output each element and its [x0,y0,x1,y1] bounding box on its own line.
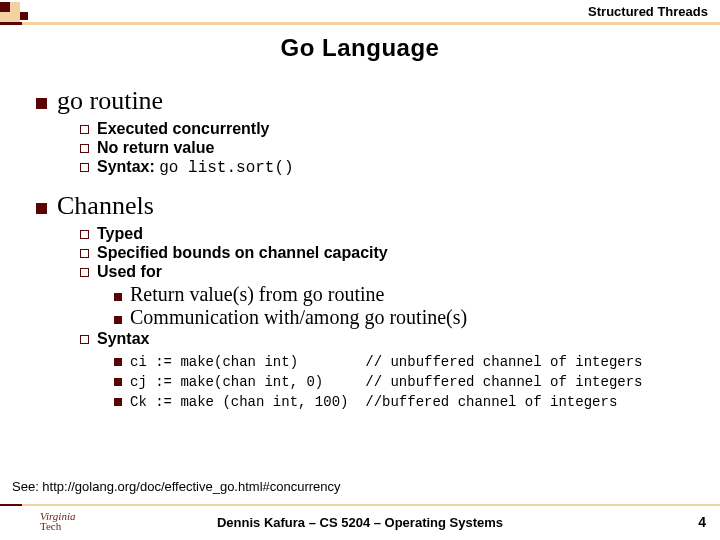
slide-title: Go Language [0,34,720,62]
sub-bullet-text: Executed concurrently [97,120,270,138]
sub-sub-bullet: Communication with/among go routine(s) [114,306,698,329]
code-text: ci := make(chan int) // unbuffered chann… [130,354,642,370]
sub-sub-bullet: Return value(s) from go routine [114,283,698,306]
section-title: Structured Threads [588,4,708,19]
small-square-icon [114,358,122,366]
hollow-square-icon [80,268,89,277]
small-square-icon [114,316,122,324]
sub-bullet: Specified bounds on channel capacity [80,244,698,262]
hollow-square-icon [80,230,89,239]
footer-accent-line [0,504,720,507]
sub-bullet-text: Used for [97,263,162,281]
hollow-square-icon [80,249,89,258]
sub-bullet: Typed [80,225,698,243]
content-area: go routine Executed concurrently No retu… [0,62,720,410]
sub-sub-bullet-text: Return value(s) from go routine [130,283,384,306]
code-line: cj := make(chan int, 0) // unbuffered ch… [114,370,698,390]
small-square-icon [114,378,122,386]
sub-bullet: Used for [80,263,698,281]
sub-bullet-text: Syntax: go list.sort() [97,158,294,177]
small-square-icon [114,293,122,301]
bullet-text: Channels [57,191,154,221]
code-line: Ck := make (chan int, 100) //buffered ch… [114,390,698,410]
square-bullet-icon [36,203,47,214]
hollow-square-icon [80,163,89,172]
page-number: 4 [698,514,706,530]
header-accent-line [0,22,720,25]
bullet-channels: Channels [36,191,698,221]
hollow-square-icon [80,144,89,153]
code-line: ci := make(chan int) // unbuffered chann… [114,350,698,370]
sub-sub-bullet-text: Communication with/among go routine(s) [130,306,467,329]
sub-bullet-text: Typed [97,225,143,243]
sub-bullet-text: Syntax [97,330,149,348]
sub-bullet: Syntax: go list.sort() [80,158,698,177]
header-decoration [0,2,28,22]
code-text: Ck := make (chan int, 100) //buffered ch… [130,394,617,410]
hollow-square-icon [80,335,89,344]
sub-bullet: Syntax [80,330,698,348]
square-bullet-icon [36,98,47,109]
sub-bullet: Executed concurrently [80,120,698,138]
sub-bullet: No return value [80,139,698,157]
sub-bullet-text: No return value [97,139,214,157]
bullet-text: go routine [57,86,163,116]
hollow-square-icon [80,125,89,134]
code-text: cj := make(chan int, 0) // unbuffered ch… [130,374,642,390]
see-reference: See: http://golang.org/doc/effective_go.… [12,479,341,494]
small-square-icon [114,398,122,406]
sub-bullet-text: Specified bounds on channel capacity [97,244,388,262]
footer-text: Dennis Kafura – CS 5204 – Operating Syst… [0,515,720,530]
bullet-go-routine: go routine [36,86,698,116]
